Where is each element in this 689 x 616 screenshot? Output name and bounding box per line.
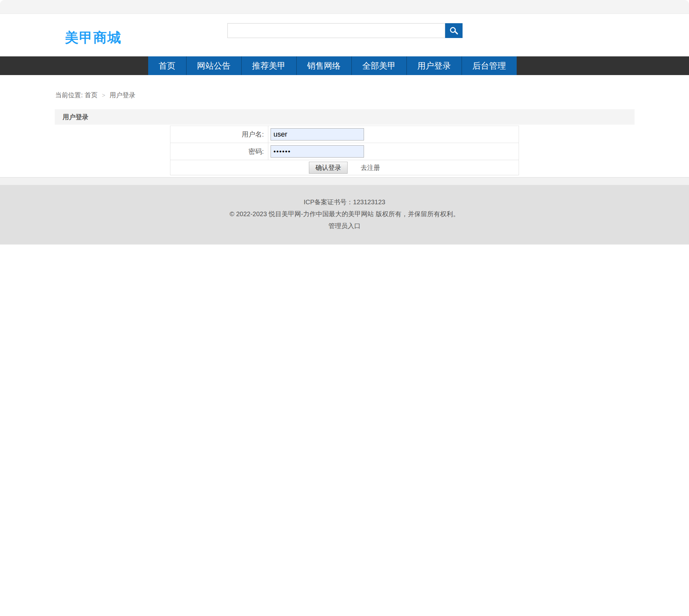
content-area: 当前位置: 首页 > 用户登录 用户登录 用户名: 密码: xyxy=(0,75,689,177)
chevron-right-icon: > xyxy=(102,92,105,98)
top-strip xyxy=(0,0,689,14)
go-register-link[interactable]: 去注册 xyxy=(361,164,380,171)
nav-item-user-login[interactable]: 用户登录 xyxy=(406,57,462,75)
nav-item-admin[interactable]: 后台管理 xyxy=(462,57,517,75)
password-field[interactable] xyxy=(271,145,364,157)
breadcrumb-home-link[interactable]: 首页 xyxy=(85,91,97,98)
nav-item-sales-network[interactable]: 销售网络 xyxy=(296,57,351,75)
site-logo[interactable]: 美甲商城 xyxy=(65,29,122,47)
site-footer: ICP备案证书号：123123123 © 2022-2023 悦目美甲网-力作中… xyxy=(0,185,689,244)
password-row: 密码: xyxy=(171,143,519,160)
breadcrumb-prefix: 当前位置: xyxy=(55,91,83,98)
admin-entrance-link[interactable]: 管理员入口 xyxy=(329,222,361,229)
nav-item-home[interactable]: 首页 xyxy=(148,57,186,75)
icp-number: ICP备案证书号：123123123 xyxy=(0,198,689,206)
confirm-login-button[interactable]: 确认登录 xyxy=(309,162,348,174)
login-panel-title: 用户登录 xyxy=(55,109,635,125)
login-panel: 用户登录 用户名: 密码: xyxy=(55,109,635,175)
search-button[interactable] xyxy=(445,23,463,38)
username-label: 用户名: xyxy=(171,126,268,143)
search-input[interactable] xyxy=(227,23,445,38)
login-form: 用户名: 密码: 确认登录 去注册 xyxy=(170,126,519,175)
nav-menu: 首页 网站公告 推荐美甲 销售网络 全部美甲 用户登录 后台管理 xyxy=(148,57,635,75)
actions-row: 确认登录 去注册 xyxy=(171,160,519,175)
main-nav: 首页 网站公告 推荐美甲 销售网络 全部美甲 用户登录 后台管理 xyxy=(0,57,689,75)
search-icon xyxy=(450,27,456,33)
page: 美甲商城 首页 网站公告 推荐美甲 销售网络 全部美甲 用户登录 后台管理 xyxy=(0,0,689,616)
nav-item-all-nails[interactable]: 全部美甲 xyxy=(351,57,406,75)
username-field[interactable] xyxy=(271,128,364,140)
breadcrumb: 当前位置: 首页 > 用户登录 xyxy=(55,91,635,99)
breadcrumb-current: 用户登录 xyxy=(110,91,135,98)
copyright-text: © 2022-2023 悦目美甲网-力作中国最大的美甲网站 版权所有，并保留所有… xyxy=(0,210,689,218)
nav-item-recommended-nails[interactable]: 推荐美甲 xyxy=(241,57,296,75)
footer-top-strip xyxy=(0,177,689,185)
username-row: 用户名: xyxy=(171,126,519,143)
search-box xyxy=(227,23,463,38)
nav-item-announcements[interactable]: 网站公告 xyxy=(186,57,241,75)
site-header: 美甲商城 xyxy=(0,14,689,57)
password-label: 密码: xyxy=(171,143,268,160)
